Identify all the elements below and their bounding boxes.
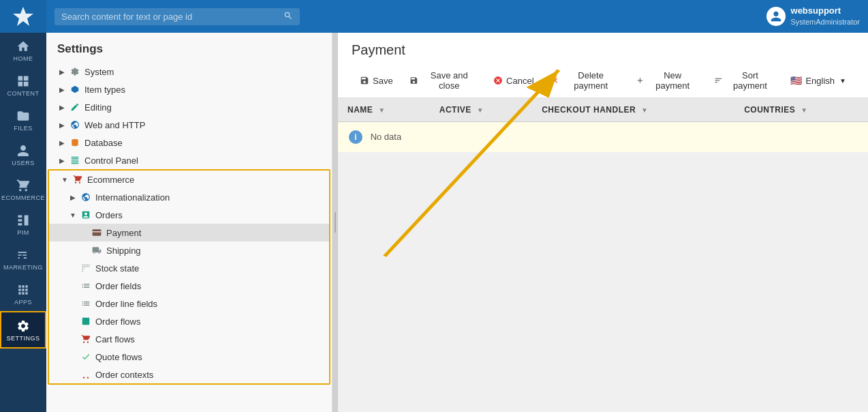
sidebar-item-order-flows[interactable]: ▶ Order flows <box>49 312 329 330</box>
main-panel: Payment Save Save and close <box>338 33 868 412</box>
svg-rect-8 <box>25 216 29 226</box>
svg-rect-7 <box>18 223 22 225</box>
sidebar-item-order-fields[interactable]: ▶ Order fields <box>49 277 329 295</box>
no-data-cell: i No data <box>338 122 868 153</box>
nav-item-files[interactable]: FILES <box>0 102 46 137</box>
col-name[interactable]: NAME ▼ <box>338 98 430 122</box>
nav-item-home[interactable]: HOME <box>0 33 46 68</box>
sidebar-item-quote-flows[interactable]: ▶ Quote flows <box>49 348 329 366</box>
user-avatar <box>766 7 786 26</box>
sort-arrow-checkout: ▼ <box>641 106 648 114</box>
resize-handle[interactable] <box>332 33 338 412</box>
cancel-button[interactable]: Cancel <box>485 70 542 93</box>
nav-item-ecommerce[interactable]: ECOMMERCE <box>0 172 46 207</box>
new-icon <box>636 76 645 85</box>
delete-payment-button[interactable]: Delete payment <box>542 65 627 98</box>
sidebar-item-control-panel[interactable]: ▶ Control Panel <box>46 151 332 169</box>
sidebar-item-payment[interactable]: ▶ Payment <box>49 224 329 241</box>
sidebar-item-item-types[interactable]: ▶ Item types <box>46 80 332 98</box>
sidebar-item-web-http[interactable]: ▶ Web and HTTP <box>46 116 332 134</box>
sidebar-item-internationalization[interactable]: ▶ Internationalization <box>49 188 329 206</box>
svg-rect-4 <box>24 82 29 87</box>
sidebar-item-editing[interactable]: ▶ Editing <box>46 98 332 116</box>
page-title: Payment <box>352 42 854 58</box>
panel-header: Payment Save Save and close <box>338 33 868 98</box>
col-checkout-handler[interactable]: CHECKOUT HANDLER ▼ <box>532 98 734 122</box>
sort-arrow-name: ▼ <box>378 106 385 114</box>
svg-rect-6 <box>18 219 22 221</box>
col-active[interactable]: ACTIVE ▼ <box>430 98 532 122</box>
cancel-icon <box>493 76 503 85</box>
left-nav: HOME CONTENT FILES USERS ECOMMERCE PIM M… <box>0 0 46 412</box>
sidebar-item-ecommerce[interactable]: ▼ Ecommerce <box>49 171 329 188</box>
sidebar-item-system[interactable]: ▶ System <box>46 63 332 80</box>
app-logo[interactable] <box>0 0 46 33</box>
save-button[interactable]: Save <box>352 70 401 93</box>
sidebar-scroll[interactable]: ▶ System ▶ Item types ▶ <box>46 63 332 412</box>
search-icon <box>283 11 293 23</box>
svg-marker-0 <box>13 7 33 26</box>
search-input[interactable] <box>61 12 279 22</box>
sidebar: Settings ▶ System ▶ Item type <box>46 33 332 412</box>
sort-payment-button[interactable]: Sort payment <box>706 65 783 98</box>
sort-arrow-active: ▼ <box>477 106 484 114</box>
sidebar-item-stock-state[interactable]: ▶ Stock state <box>49 259 329 277</box>
sidebar-item-database[interactable]: ▶ Database <box>46 134 332 151</box>
svg-rect-5 <box>18 216 22 218</box>
top-right-area: websupport SystemAdministrator <box>766 5 860 27</box>
flag-icon: 🇺🇸 <box>790 75 802 86</box>
toolbar: Save Save and close Cancel <box>352 65 854 98</box>
new-payment-button[interactable]: New payment <box>627 65 706 98</box>
nav-item-apps[interactable]: APPS <box>0 276 46 311</box>
nav-item-marketing[interactable]: MARKETING <box>0 241 46 276</box>
save-close-icon <box>409 76 418 85</box>
data-table: NAME ▼ ACTIVE ▼ CHECKOUT HANDLER ▼ <box>338 98 868 152</box>
save-close-button[interactable]: Save and close <box>401 65 485 98</box>
info-icon: i <box>349 130 362 144</box>
nav-item-users[interactable]: USERS <box>0 137 46 172</box>
chevron-down-icon: ▼ <box>839 77 846 85</box>
sort-arrow-countries: ▼ <box>801 106 807 114</box>
main-area: websupport SystemAdministrator Settings … <box>46 0 868 412</box>
user-info: websupport SystemAdministrator <box>791 5 860 27</box>
svg-rect-2 <box>24 76 29 81</box>
search-box[interactable] <box>55 8 300 25</box>
nav-item-settings[interactable]: SETTINGS <box>0 311 46 349</box>
col-countries[interactable]: COUNTRIES ▼ <box>734 98 868 122</box>
sidebar-item-shipping[interactable]: ▶ Shipping <box>49 241 329 259</box>
language-button[interactable]: 🇺🇸 English ▼ <box>782 70 854 93</box>
sidebar-item-order-line-fields[interactable]: ▶ Order line fields <box>49 295 329 312</box>
svg-rect-1 <box>18 76 23 81</box>
delete-icon <box>551 76 559 85</box>
topbar: websupport SystemAdministrator <box>46 0 868 33</box>
table-area: NAME ▼ ACTIVE ▼ CHECKOUT HANDLER ▼ <box>338 98 868 412</box>
nav-item-content[interactable]: CONTENT <box>0 68 46 102</box>
save-icon <box>360 76 369 85</box>
svg-rect-3 <box>18 82 23 87</box>
ecommerce-section: ▼ Ecommerce ▶ Internationalization <box>48 169 330 385</box>
sidebar-item-cart-flows[interactable]: ▶ Cart flows <box>49 330 329 348</box>
sidebar-item-order-contexts[interactable]: ▶ Order contexts <box>49 366 329 383</box>
sidebar-item-orders[interactable]: ▼ Orders <box>49 206 329 224</box>
svg-rect-10 <box>93 229 102 235</box>
nav-item-pim[interactable]: PIM <box>0 207 46 241</box>
user-name: websupport <box>791 5 860 17</box>
sidebar-header: Settings <box>46 33 332 63</box>
user-role: SystemAdministrator <box>791 17 860 27</box>
sort-icon <box>714 76 723 85</box>
no-data-row: i No data <box>338 122 868 153</box>
content-area: Settings ▶ System ▶ Item type <box>46 33 868 412</box>
